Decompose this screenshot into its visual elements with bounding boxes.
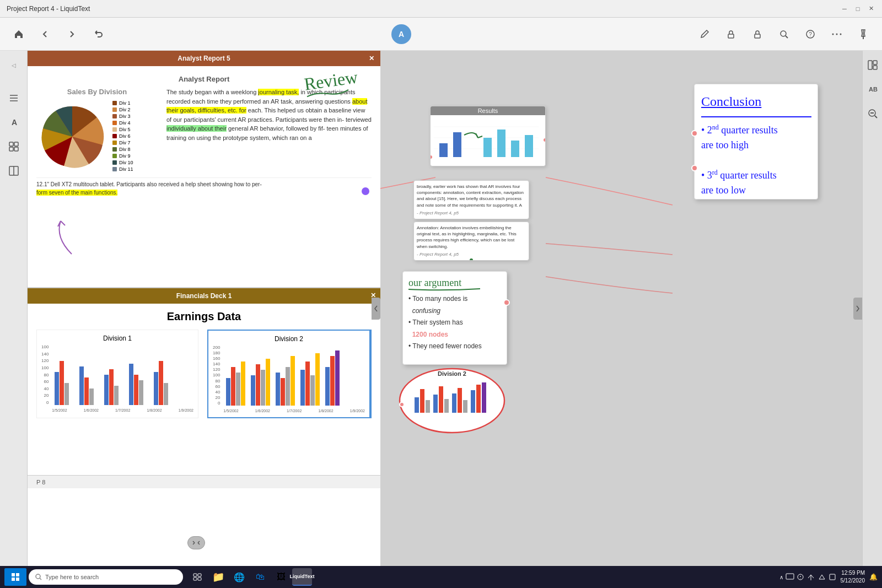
svg-rect-50 (310, 375, 315, 406)
excerpt-card-2[interactable]: Annotation: Annotation involves embellis… (413, 222, 529, 261)
text-format-button[interactable]: AB (863, 79, 883, 99)
back-button[interactable] (35, 24, 55, 44)
undo-button[interactable] (88, 24, 108, 44)
svg-rect-41 (256, 364, 260, 406)
pie-chart-section: Sales By Division (36, 88, 158, 173)
taskbar-file-explorer[interactable]: 📁 (208, 568, 228, 586)
svg-rect-23 (64, 383, 69, 405)
help-button[interactable]: ? (800, 24, 820, 44)
svg-rect-58 (439, 143, 448, 157)
svg-rect-91 (193, 574, 197, 576)
svg-rect-33 (154, 372, 158, 405)
div1-bar-chart-svg (52, 344, 173, 405)
taskbar-search-box[interactable]: Type here to search (29, 569, 183, 585)
svg-rect-92 (198, 574, 201, 576)
report-text: The study began with a weeklong journali… (166, 88, 372, 173)
pie-chart (36, 101, 108, 172)
toolbar: A ? (0, 18, 882, 51)
pin-button[interactable] (853, 24, 873, 44)
taskbar-store[interactable]: 🛍 (250, 568, 270, 586)
sidebar-grid-button[interactable] (4, 137, 24, 157)
highlight-functions: form seven of the main functions. (36, 190, 117, 196)
svg-rect-77 (482, 382, 486, 413)
svg-rect-78 (868, 61, 872, 69)
maximize-button[interactable]: □ (853, 4, 862, 13)
lock1-button[interactable] (721, 24, 741, 44)
start-button[interactable] (4, 568, 26, 586)
taskbar-photos[interactable]: 🖼 (271, 568, 291, 586)
sidebar-text-button[interactable]: A (4, 112, 24, 132)
search-button[interactable] (774, 24, 794, 44)
lock2-button[interactable] (747, 24, 767, 44)
sidebar-tab-button[interactable]: ◁ (4, 55, 24, 75)
svg-rect-17 (14, 147, 18, 151)
taskbar-liquidtext[interactable]: LiquidText (292, 568, 312, 586)
excerpt-card-1[interactable]: broadly, earlier work has shown that AR … (413, 180, 529, 219)
division2-oval-content[interactable]: Division 2 (397, 370, 507, 414)
svg-rect-63 (525, 135, 533, 157)
conclusion-underline (701, 116, 811, 118)
analyst-report-close[interactable]: ✕ (367, 54, 376, 63)
svg-rect-27 (104, 375, 109, 405)
panel-collapse-button[interactable] (372, 298, 380, 320)
user-avatar[interactable]: A (391, 24, 411, 44)
financials-titlebar: Financials Deck 1 ✕ (28, 288, 380, 304)
sidebar-panel-button[interactable] (4, 161, 24, 181)
svg-rect-53 (330, 356, 335, 406)
right-sidebar: AB (862, 51, 882, 566)
zoom-out-button[interactable] (863, 104, 883, 123)
svg-rect-70 (439, 386, 443, 413)
svg-rect-62 (511, 141, 519, 157)
layout-icon-button[interactable] (863, 55, 883, 75)
pen-tool-button[interactable] (695, 24, 714, 44)
highlight-goals: about their goals, difficulties, etc. fo… (166, 98, 367, 114)
svg-rect-59 (453, 132, 461, 157)
excerpt-card-1-content: broadly, earlier work has shown that AR … (414, 181, 529, 219)
svg-text:AB: AB (869, 86, 878, 93)
svg-rect-73 (458, 388, 462, 413)
forward-button[interactable] (62, 24, 82, 44)
splitter-handle[interactable] (187, 536, 205, 549)
division2-chart: Division 2 200180160140120100806040200 (207, 330, 372, 418)
minimize-button[interactable]: ─ (840, 4, 849, 13)
results-card[interactable]: Results (430, 106, 546, 166)
svg-point-2 (781, 31, 786, 36)
svg-rect-100 (830, 574, 835, 580)
home-button[interactable] (9, 24, 29, 44)
sidebar-list-button[interactable] (4, 88, 24, 108)
argument-heading: our argument (408, 277, 501, 289)
svg-rect-24 (79, 366, 84, 405)
charts-row: Division 1 100140120100806040200 (36, 330, 372, 418)
close-button[interactable]: ✕ (867, 4, 875, 13)
analyst-report-content[interactable]: Review Analyst Report Sales By Division (28, 66, 380, 287)
svg-text:?: ? (809, 31, 812, 37)
taskbar: Type here to search 📁 🌐 🛍 🖼 LiquidText ∧… (0, 566, 882, 588)
more-button[interactable] (827, 24, 847, 44)
svg-rect-25 (84, 377, 89, 405)
curved-arrow-annotation (44, 210, 83, 260)
conclusion-note[interactable]: Conclusion • 2nd quarter resultsare too … (694, 84, 818, 199)
svg-rect-36 (226, 378, 230, 406)
taskbar-taskview[interactable] (187, 568, 207, 586)
argument-content: • Too many nodes is confusing • Their sy… (408, 293, 501, 353)
financials-content[interactable]: Earnings Data Division 1 100140120100806… (28, 304, 380, 475)
svg-point-8 (840, 33, 842, 35)
excerpt-marker (362, 187, 369, 195)
svg-rect-95 (786, 574, 794, 579)
svg-point-7 (836, 33, 838, 35)
svg-rect-79 (873, 61, 877, 64)
svg-rect-69 (433, 395, 438, 413)
results-card-title: Results (431, 106, 545, 115)
conclusion-dot-2 (691, 165, 698, 171)
svg-rect-94 (198, 578, 201, 580)
earnings-heading: Earnings Data (36, 310, 372, 323)
svg-rect-31 (134, 375, 138, 405)
workspace-expand-button[interactable] (853, 298, 862, 320)
argument-note[interactable]: our argument • Too many nodes is confusi… (402, 271, 507, 365)
svg-line-3 (786, 36, 788, 38)
notification-button[interactable]: 🔔 (869, 573, 878, 581)
svg-rect-45 (281, 378, 285, 406)
svg-rect-30 (129, 364, 133, 405)
taskbar-edge[interactable]: 🌐 (229, 568, 249, 586)
results-mini-chart (434, 118, 539, 160)
